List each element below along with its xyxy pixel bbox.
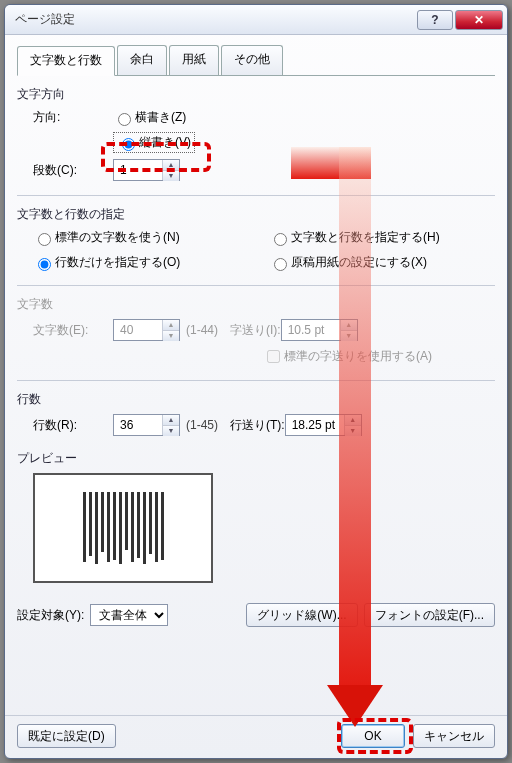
direction-label: 方向: bbox=[33, 109, 113, 126]
gridlines-button[interactable]: グリッド線(W)... bbox=[246, 603, 357, 627]
button-bar: 既定に設定(D) OK キャンセル bbox=[5, 715, 507, 758]
char-count-label: 文字数(E): bbox=[33, 322, 113, 339]
spin-down-icon[interactable]: ▼ bbox=[163, 171, 179, 181]
line-count-label: 行数(R): bbox=[33, 417, 113, 434]
radio-lines-only[interactable]: 行数だけを指定する(O) bbox=[33, 254, 245, 271]
spin-up-icon[interactable]: ▲ bbox=[163, 160, 179, 171]
section-title-chars: 文字数 bbox=[17, 296, 495, 313]
char-count-range: (1-44) bbox=[186, 323, 218, 337]
apply-row: 設定対象(Y): 文書全体 グリッド線(W)... フォントの設定(F)... bbox=[17, 603, 495, 627]
titlebar: ページ設定 ? ✕ bbox=[5, 5, 507, 35]
apply-to-label: 設定対象(Y): bbox=[17, 607, 84, 624]
section-lines: 行数 行数(R): ▲▼ (1-45) 行送り(T): ▲▼ bbox=[17, 391, 495, 436]
section-chars: 文字数 文字数(E): ▲▼ (1-44) 字送り(I): ▲▼ bbox=[17, 296, 495, 366]
tabstrip: 文字数と行数 余白 用紙 その他 bbox=[17, 45, 495, 76]
help-button[interactable]: ? bbox=[417, 10, 453, 30]
char-pitch-label: 字送り(I): bbox=[230, 322, 281, 339]
line-count-range: (1-45) bbox=[186, 418, 218, 432]
radio-manuscript-label: 原稿用紙の設定にする(X) bbox=[291, 254, 427, 271]
preview-vertical-lines-icon bbox=[83, 492, 164, 564]
radio-vertical-input[interactable] bbox=[122, 138, 135, 151]
spin-down-icon[interactable]: ▼ bbox=[345, 426, 361, 436]
char-pitch-spinner: ▲▼ bbox=[281, 319, 358, 341]
ok-button[interactable]: OK bbox=[341, 724, 405, 748]
radio-both[interactable]: 文字数と行数を指定する(H) bbox=[269, 229, 481, 246]
radio-horizontal-input[interactable] bbox=[118, 113, 131, 126]
columns-spinner[interactable]: ▲▼ bbox=[113, 159, 180, 181]
cancel-button[interactable]: キャンセル bbox=[413, 724, 495, 748]
char-count-spinner: ▲▼ bbox=[113, 319, 180, 341]
spin-down-icon: ▼ bbox=[341, 331, 357, 341]
page-setup-dialog: ページ設定 ? ✕ 文字数と行数 余白 用紙 その他 文字方向 方向: 横書き(… bbox=[4, 4, 508, 759]
dialog-content: 文字数と行数 余白 用紙 その他 文字方向 方向: 横書き(Z) bbox=[5, 35, 507, 715]
radio-manuscript-input[interactable] bbox=[274, 258, 287, 271]
radio-std-chars-input[interactable] bbox=[38, 233, 51, 246]
set-default-button[interactable]: 既定に設定(D) bbox=[17, 724, 116, 748]
spin-up-icon[interactable]: ▲ bbox=[163, 415, 179, 426]
tab-chars-lines[interactable]: 文字数と行数 bbox=[17, 46, 115, 76]
tab-other[interactable]: その他 bbox=[221, 45, 283, 75]
radio-horizontal[interactable]: 横書き(Z) bbox=[113, 109, 186, 126]
section-title-preview: プレビュー bbox=[17, 450, 495, 467]
section-preview: プレビュー bbox=[17, 450, 495, 583]
preview-box bbox=[33, 473, 213, 583]
check-std-pitch-label: 標準の字送りを使用する(A) bbox=[284, 348, 432, 365]
line-count-input[interactable] bbox=[114, 415, 162, 435]
radio-manuscript[interactable]: 原稿用紙の設定にする(X) bbox=[269, 254, 481, 271]
section-title-charlines: 文字数と行数の指定 bbox=[17, 206, 495, 223]
radio-lines-only-input[interactable] bbox=[38, 258, 51, 271]
line-pitch-spinner[interactable]: ▲▼ bbox=[285, 414, 362, 436]
spin-down-icon[interactable]: ▼ bbox=[163, 426, 179, 436]
radio-vertical-label: 縦書き(V) bbox=[139, 134, 191, 151]
tab-margins[interactable]: 余白 bbox=[117, 45, 167, 75]
radio-horizontal-label: 横書き(Z) bbox=[135, 109, 186, 126]
radio-std-chars-label: 標準の文字数を使う(N) bbox=[55, 229, 180, 246]
spin-down-icon: ▼ bbox=[163, 331, 179, 341]
section-title-lines: 行数 bbox=[17, 391, 495, 408]
check-std-pitch-input bbox=[267, 350, 280, 363]
radio-both-input[interactable] bbox=[274, 233, 287, 246]
columns-label: 段数(C): bbox=[33, 162, 113, 179]
radio-vertical[interactable]: 縦書き(V) bbox=[113, 132, 195, 153]
apply-to-combo[interactable]: 文書全体 bbox=[90, 604, 168, 626]
check-std-pitch: 標準の字送りを使用する(A) bbox=[263, 347, 432, 366]
section-direction: 文字方向 方向: 横書き(Z) 縦書き(V) bbox=[17, 86, 495, 181]
radio-std-chars[interactable]: 標準の文字数を使う(N) bbox=[33, 229, 245, 246]
spin-up-icon[interactable]: ▲ bbox=[345, 415, 361, 426]
section-charlines: 文字数と行数の指定 標準の文字数を使う(N) 文字数と行数を指定する(H) 行数… bbox=[17, 206, 495, 271]
char-pitch-input bbox=[282, 320, 340, 340]
tab-paper[interactable]: 用紙 bbox=[169, 45, 219, 75]
font-settings-button[interactable]: フォントの設定(F)... bbox=[364, 603, 495, 627]
char-count-input bbox=[114, 320, 162, 340]
line-pitch-label: 行送り(T): bbox=[230, 417, 285, 434]
spin-up-icon: ▲ bbox=[341, 320, 357, 331]
close-button[interactable]: ✕ bbox=[455, 10, 503, 30]
section-title-direction: 文字方向 bbox=[17, 86, 495, 103]
window-title: ページ設定 bbox=[15, 11, 415, 28]
spin-up-icon: ▲ bbox=[163, 320, 179, 331]
radio-lines-only-label: 行数だけを指定する(O) bbox=[55, 254, 180, 271]
radio-both-label: 文字数と行数を指定する(H) bbox=[291, 229, 440, 246]
columns-input[interactable] bbox=[114, 160, 162, 180]
line-pitch-input[interactable] bbox=[286, 415, 344, 435]
line-count-spinner[interactable]: ▲▼ bbox=[113, 414, 180, 436]
